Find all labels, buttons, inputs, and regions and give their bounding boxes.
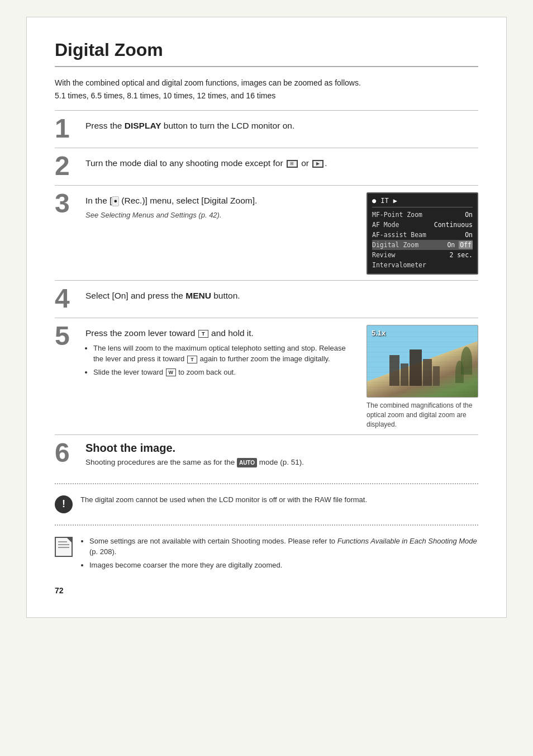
photo-caption: The combined magnifications of the optic… (367, 401, 478, 429)
dotted-divider-2 (55, 525, 478, 526)
mfzoom-value: On (465, 211, 473, 219)
step-5-bullets: The lens will zoom to the maximum optica… (93, 343, 358, 378)
step-1-number: 1 (55, 115, 85, 142)
palm-tree (461, 347, 472, 375)
camera-icon-it: IT (380, 197, 388, 205)
t-icon-inline: T (187, 356, 197, 363)
step-5: 5 Press the zoom lever toward T and hold… (55, 318, 478, 434)
buildings (389, 349, 440, 386)
movie-icon: ▶ (312, 160, 323, 168)
step-1: 1 Press the DISPLAY button to turn the L… (55, 110, 478, 148)
camera-row-mfzoom: MF-Point Zoom On (372, 210, 473, 220)
intro-line1: With the combined optical and digital zo… (55, 77, 478, 89)
step-5-text: Press the zoom lever toward T and hold i… (85, 327, 358, 339)
page-container: Digital Zoom With the combined optical a… (26, 17, 507, 618)
warning-text: The digital zoom cannot be used when the… (80, 494, 367, 505)
building-3 (410, 349, 422, 386)
step-6-content: Shoot the image. Shooting procedures are… (85, 442, 478, 468)
step-5-bullet-1: The lens will zoom to the maximum optica… (93, 343, 358, 365)
afbeam-value: On (465, 231, 473, 239)
step-2-text: Turn the mode dial to any shooting mode … (85, 157, 478, 169)
dotted-divider-1 (55, 483, 478, 484)
step-3-number: 3 (55, 190, 85, 217)
page-number: 72 (55, 586, 478, 595)
camera-row-review: Review 2 sec. (372, 250, 473, 260)
step-4-number: 4 (55, 285, 85, 312)
t-icon: T (198, 330, 208, 338)
camera-row-afmode: AF Mode Continuous (372, 220, 473, 230)
step-2-content: Turn the mode dial to any shooting mode … (85, 155, 478, 172)
step-5-content: Press the zoom lever toward T and hold i… (85, 325, 358, 380)
note-bullets: Some settings are not available with cer… (80, 536, 478, 573)
step-3-content: In the [● (Rec.)] menu, select [Digital … (85, 192, 358, 220)
camera-screen-topbar: ● IT ▶ (372, 197, 473, 207)
note-bullet-1: Some settings are not available with cer… (89, 536, 478, 557)
note-box: Some settings are not available with cer… (55, 533, 478, 575)
step-6-heading: Shoot the image. (85, 442, 478, 455)
step-3-sub: See Selecting Menus and Settings (p. 42)… (85, 210, 358, 221)
warning-icon: ! (55, 495, 73, 513)
step-6-number: 6 (55, 440, 85, 466)
review-label: Review (372, 251, 396, 259)
step-3-right: ● IT ▶ MF-Point Zoom On AF Mode Continuo… (367, 192, 478, 275)
afmode-value: Continuous (434, 221, 473, 229)
camera-icon-rec: ● (372, 197, 376, 205)
camera-screen: ● IT ▶ MF-Point Zoom On AF Mode Continuo… (367, 192, 478, 275)
step-3: 3 In the [● (Rec.)] menu, select [Digita… (55, 185, 478, 280)
camera-row-intervalometer: Intervalometer (372, 260, 473, 270)
photo-thumbnail: 5.1x (367, 325, 478, 398)
digitalzoom-value: On Off (447, 241, 473, 249)
page-title: Digital Zoom (55, 40, 478, 67)
or-text: or (301, 158, 311, 168)
digitalzoom-label: Digital Zoom (372, 241, 418, 249)
step-6: 6 Shoot the image. Shooting procedures a… (55, 434, 478, 474)
intervalometer-label: Intervalometer (372, 261, 426, 269)
camera-icon-play: ▶ (393, 197, 397, 205)
building-5 (433, 366, 440, 386)
note-bullet-2: Images become coarser the more they are … (89, 560, 478, 571)
step-1-text: Press the DISPLAY button to turn the LCD… (85, 120, 478, 132)
step-2: 2 Turn the mode dial to any shooting mod… (55, 148, 478, 185)
note-line-3 (58, 547, 69, 548)
photo-container: 5.1x The combined magnific (367, 325, 478, 429)
step-6-text: Shooting procedures are the same as for … (85, 457, 478, 468)
palm-tree-2 (455, 361, 464, 383)
note-line-2 (58, 544, 69, 545)
step-4-text: Select [On] and press the MENU button. (85, 290, 478, 302)
afbeam-label: AF-assist Beam (372, 231, 426, 239)
step-4: 4 Select [On] and press the MENU button. (55, 280, 478, 318)
step-5-right: 5.1x The combined magnific (367, 325, 478, 429)
auto-badge: AUTO (237, 458, 257, 467)
zoom-indicator: 5.1x (372, 329, 386, 337)
steps-container: 1 Press the DISPLAY button to turn the L… (55, 110, 478, 434)
camera-row-afbeam: AF-assist Beam On (372, 230, 473, 240)
note-icon (55, 537, 73, 557)
mfzoom-label: MF-Point Zoom (372, 211, 422, 219)
step-5-number: 5 (55, 323, 85, 349)
w-icon: W (166, 368, 176, 376)
building-4 (423, 359, 432, 386)
warning-box: ! The digital zoom cannot be used when t… (55, 492, 478, 516)
step-3-text: In the [● (Rec.)] menu, select [Digital … (85, 195, 358, 207)
zoom-values: 5.1 times, 6.5 times, 8.1 times, 10 time… (55, 91, 478, 100)
step-4-content: Select [On] and press the MENU button. (85, 287, 478, 305)
note-icon-fold (67, 538, 72, 542)
step-2-number: 2 (55, 153, 85, 179)
camera-row-digitalzoom: Digital Zoom On Off (372, 240, 473, 250)
building-1 (389, 355, 399, 386)
stitch-icon: ⊞ (287, 160, 298, 168)
building-2 (401, 363, 408, 386)
step-1-content: Press the DISPLAY button to turn the LCD… (85, 117, 478, 135)
step-5-bullet-2: Slide the lever toward W to zoom back ou… (93, 367, 358, 378)
afmode-label: AF Mode (372, 221, 399, 229)
review-value: 2 sec. (449, 251, 473, 259)
